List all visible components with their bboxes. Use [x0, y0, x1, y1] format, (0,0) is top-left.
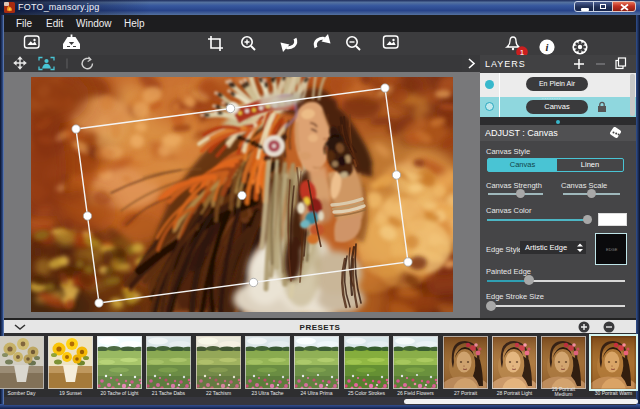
svg-text:i: i: [546, 42, 549, 53]
svg-text:1: 1: [520, 48, 525, 55]
